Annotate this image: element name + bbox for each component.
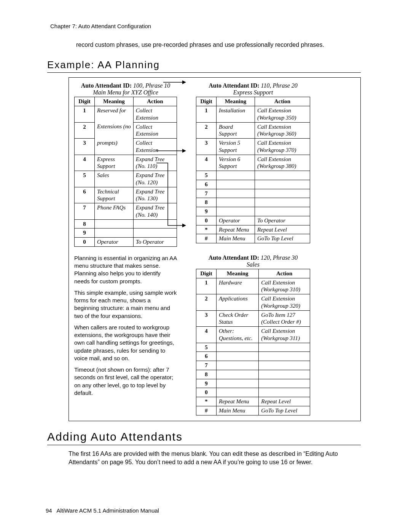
table-row: 4Version 6 SupportCall Extension (Workgr…: [196, 155, 310, 171]
planning-table-3: Digit Meaning Action 1HardwareCall Exten…: [196, 269, 310, 415]
table3-title: Auto Attendant ID: 120, Phrase 30: [196, 254, 310, 261]
table-row: 9: [196, 379, 310, 388]
th-meaning: Meaning: [95, 97, 134, 106]
table-row: 5: [196, 343, 310, 352]
table-row: 6Technical SupportExpand Tree (No. 130): [75, 187, 177, 203]
planning-paragraph: Timeout (not shown on forms): after 7 se…: [74, 366, 177, 397]
chapter-header: Chapter 7: Auto Attendant Configuration: [50, 23, 365, 29]
table1-subtitle: Main Menu for XYZ Office: [74, 89, 177, 96]
table2-container: Auto Attendant ID: 110, Phrase 20 Expres…: [196, 82, 310, 243]
th-meaning: Meaning: [217, 97, 255, 106]
table-row: 7: [196, 189, 310, 198]
planning-table-1: Digit Meaning Action 1Reserved forCollec…: [74, 97, 177, 247]
table-row: *Repeat MenuRepeat Level: [196, 225, 310, 234]
table-row: 1HardwareCall Extension (Workgroup 310): [196, 278, 310, 294]
th-meaning: Meaning: [217, 269, 259, 278]
planning-text-column: Planning is essential in organizing an A…: [74, 254, 177, 401]
page-number: 94: [46, 507, 52, 514]
table-row: #Main MenuGoTo Top Level: [196, 406, 310, 415]
table-row: 3Check Order StatusGoTo Item 127 (Collec…: [196, 310, 310, 327]
table-row: 1Reserved forCollect Extension: [75, 106, 177, 123]
table-row: 3prompts)Collect Extension: [75, 139, 177, 155]
table-row: 5: [196, 171, 310, 180]
table-row: #Main MenuGoTo Top Level: [196, 234, 310, 243]
th-action: Action: [255, 97, 310, 106]
section-heading-adding: Adding Auto Attendants: [47, 430, 361, 445]
table-row: 0OperatorTo Operator: [196, 216, 310, 225]
table1-container: Auto Attendant ID: 100, Phrase 10 Main M…: [74, 82, 177, 247]
planning-figure: Auto Attendant ID: 100, Phrase 10 Main M…: [68, 77, 361, 421]
table-row: 2Extensions (noCollect Extension: [75, 122, 177, 139]
adding-paragraph: The first 16 AAs are provided with the m…: [68, 450, 365, 467]
table-row: 5SalesExpand Tree (No. 120): [75, 171, 177, 187]
table3-container: Auto Attendant ID: 120, Phrase 30 Sales …: [196, 254, 310, 415]
intro-paragraph: record custom phrases, use pre-recorded …: [76, 41, 365, 49]
table1-title: Auto Attendant ID: 100, Phrase 10: [74, 82, 177, 89]
table-row: 2Board SupportCall Extension (Workgroup …: [196, 122, 310, 139]
table-row: 8: [196, 370, 310, 379]
table-row: 2ApplicationsCall Extension (Workgroup 3…: [196, 294, 310, 311]
table-row: 4Express SupportExpand Tree (No. 110): [75, 155, 177, 171]
th-digit: Digit: [196, 269, 217, 278]
table-row: *Repeat MenuRepeat Level: [196, 397, 310, 406]
planning-paragraph: This simple example, using sample work f…: [74, 289, 177, 320]
table-row: 9: [196, 207, 310, 216]
planning-table-2: Digit Meaning Action 1InstallationCall E…: [196, 97, 310, 243]
table-row: 8: [75, 219, 177, 228]
table-row: 7Phone FAQsExpand Tree (No. 140): [75, 203, 177, 220]
table-row: 6: [196, 352, 310, 361]
footer-text: AltiWare ACM 5.1 Administration Manual: [56, 507, 159, 514]
table-row: 6: [196, 180, 310, 189]
table-row: 0OperatorTo Operator: [75, 238, 177, 247]
table-row: 8: [196, 198, 310, 207]
table-row: 9: [75, 228, 177, 238]
table-row: 0: [196, 388, 310, 397]
table3-subtitle: Sales: [196, 261, 310, 268]
table-row: 7: [196, 361, 310, 370]
th-digit: Digit: [196, 97, 217, 106]
planning-paragraph: Planning is essential in organizing an A…: [74, 254, 177, 285]
th-action: Action: [133, 97, 177, 106]
section-heading-example: Example: AA Planning: [47, 59, 361, 73]
th-action: Action: [259, 269, 310, 278]
page-footer: 94 AltiWare ACM 5.1 Administration Manua…: [46, 507, 159, 514]
table-row: 1InstallationCall Extension (Workgroup 3…: [196, 106, 310, 123]
table-row: 4Other: Questions, etc.Call Extension (W…: [196, 327, 310, 343]
table2-title: Auto Attendant ID: 110, Phrase 20: [196, 82, 310, 89]
th-digit: Digit: [75, 97, 95, 106]
planning-paragraph: When callers are routed to workgroup ext…: [74, 324, 177, 362]
table2-subtitle: Express Support: [196, 89, 310, 96]
table-row: 3Version 5 SupportCall Extension (Workgr…: [196, 139, 310, 155]
